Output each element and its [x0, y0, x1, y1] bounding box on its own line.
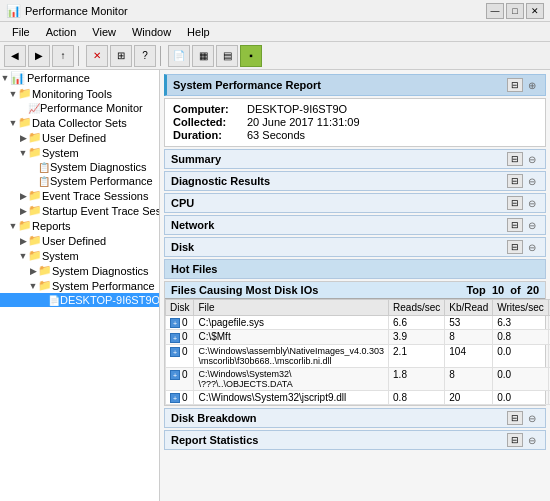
table-row: +0 C:\Windows\assembly\NativeImages_v4.0… [166, 344, 551, 367]
cell-writes: 6.3 [493, 316, 549, 330]
cell-reads: 6.6 [389, 316, 445, 330]
monitoring-tools-expand[interactable]: ▼ [8, 89, 18, 99]
menu-window[interactable]: Window [124, 24, 179, 40]
network-icon[interactable]: ⊟ [507, 218, 523, 232]
et-expand[interactable]: ▶ [18, 191, 28, 201]
report-stats-arrow[interactable]: ⊖ [525, 433, 539, 447]
tree-startup-event[interactable]: ▶ 📁 Startup Event Trace Session [0, 203, 159, 218]
toolbar-up[interactable]: ↑ [52, 45, 74, 67]
minimize-button[interactable]: — [486, 3, 504, 19]
tree-reports-sysdiag[interactable]: ▶ 📁 System Diagnostics [0, 263, 159, 278]
dc-expand[interactable]: ▼ [8, 118, 18, 128]
toolbar-new[interactable]: 📄 [168, 45, 190, 67]
event-trace-icon: 📁 [28, 189, 42, 202]
menu-help[interactable]: Help [179, 24, 218, 40]
summary-header[interactable]: Summary ⊟ ⊖ [164, 149, 546, 169]
sys-diag-icon: 📋 [38, 162, 50, 173]
toolbar-delete[interactable]: ✕ [86, 45, 108, 67]
cell-kbread: 20 [445, 390, 493, 404]
maximize-button[interactable]: □ [506, 3, 524, 19]
cell-reads: 1.8 [389, 367, 445, 390]
toolbar-forward[interactable]: ▶ [28, 45, 50, 67]
tree-system[interactable]: ▼ 📁 System [0, 145, 159, 160]
tree-reports-ud[interactable]: ▶ 📁 User Defined [0, 233, 159, 248]
row-expand-icon[interactable]: + [170, 370, 180, 380]
tree-system-diag[interactable]: ▶ 📋 System Diagnostics [0, 160, 159, 174]
root-label: Performance [27, 72, 90, 84]
tree-desktop-node[interactable]: ▶ 📄 DESKTOP-9I6ST9O... [0, 293, 159, 307]
tree-root[interactable]: ▼ 📊 Performance [0, 70, 159, 86]
computer-row: Computer: DESKTOP-9I6ST9O [173, 103, 537, 115]
tree-reports[interactable]: ▼ 📁 Reports [0, 218, 159, 233]
ud-expand[interactable]: ▶ [18, 133, 28, 143]
cell-file: C:\Windows\System32\\???\..\OBJECTS.DATA [194, 367, 389, 390]
disk-breakdown-arrow[interactable]: ⊖ [525, 411, 539, 425]
duration-row: Duration: 63 Seconds [173, 129, 537, 141]
files-table: Disk File Reads/sec Kb/Read Writes/sec K… [165, 299, 550, 405]
disk-breakdown-header[interactable]: Disk Breakdown ⊟ ⊖ [164, 408, 546, 428]
cpu-header[interactable]: CPU ⊟ ⊖ [164, 193, 546, 213]
rud-expand[interactable]: ▶ [18, 236, 28, 246]
tree-user-defined[interactable]: ▶ 📁 User Defined [0, 130, 159, 145]
network-header[interactable]: Network ⊟ ⊖ [164, 215, 546, 235]
cell-writes: 0.0 [493, 390, 549, 404]
rep-expand[interactable]: ▼ [8, 221, 18, 231]
perf-monitor-icon: 📈 [28, 103, 40, 114]
summary-arrow[interactable]: ⊖ [525, 152, 539, 166]
tree-reports-system[interactable]: ▼ 📁 System [0, 248, 159, 263]
disk-breakdown-icon[interactable]: ⊟ [507, 411, 523, 425]
row-expand-icon[interactable]: + [170, 347, 180, 357]
col-reads: Reads/sec [389, 300, 445, 316]
menu-view[interactable]: View [84, 24, 124, 40]
row-expand-icon[interactable]: + [170, 318, 180, 328]
toolbar-help[interactable]: ? [134, 45, 156, 67]
disk-arrow[interactable]: ⊖ [525, 240, 539, 254]
main-report-header[interactable]: System Performance Report ⊟ ⊕ [164, 74, 546, 96]
main-report-arrow[interactable]: ⊕ [525, 78, 539, 92]
col-writes: Writes/sec [493, 300, 549, 316]
close-button[interactable]: ✕ [526, 3, 544, 19]
menu-file[interactable]: File [4, 24, 38, 40]
rsys-expand[interactable]: ▼ [18, 251, 28, 261]
tree-event-trace[interactable]: ▶ 📁 Event Trace Sessions [0, 188, 159, 203]
row-expand-icon[interactable]: + [170, 393, 180, 403]
tree-system-perf[interactable]: ▶ 📋 System Performance [0, 174, 159, 188]
toolbar-b3[interactable]: ▪ [240, 45, 262, 67]
summary-title: Summary [171, 153, 503, 165]
table-row: +0 C:\$Mft 3.9 8 0.8 4 [166, 330, 551, 344]
network-arrow[interactable]: ⊖ [525, 218, 539, 232]
reports-sysdiag-label: System Diagnostics [52, 265, 149, 277]
perf-monitor-label: Performance Monitor [40, 102, 143, 114]
row-expand-icon[interactable]: + [170, 333, 180, 343]
toolbar-b2[interactable]: ▤ [216, 45, 238, 67]
diagnostic-header[interactable]: Diagnostic Results ⊟ ⊖ [164, 171, 546, 191]
sys-expand[interactable]: ▼ [18, 148, 28, 158]
root-expand[interactable]: ▼ [0, 73, 10, 83]
tree-monitoring-tools[interactable]: ▼ 📁 Monitoring Tools [0, 86, 159, 101]
report-stats-icon[interactable]: ⊟ [507, 433, 523, 447]
diagnostic-arrow[interactable]: ⊖ [525, 174, 539, 188]
hot-files-header[interactable]: Hot Files [164, 259, 546, 279]
cpu-icon[interactable]: ⊟ [507, 196, 523, 210]
window-controls: — □ ✕ [486, 3, 544, 19]
menu-bar: File Action View Window Help [0, 22, 550, 42]
disk-icon[interactable]: ⊟ [507, 240, 523, 254]
reports-sysdiag-icon: 📁 [38, 264, 52, 277]
menu-action[interactable]: Action [38, 24, 85, 40]
rsp-expand[interactable]: ▼ [28, 281, 38, 291]
report-stats-header[interactable]: Report Statistics ⊟ ⊖ [164, 430, 546, 450]
tree-data-collector[interactable]: ▼ 📁 Data Collector Sets [0, 115, 159, 130]
toolbar-back[interactable]: ◀ [4, 45, 26, 67]
se-expand[interactable]: ▶ [18, 206, 28, 216]
rsd-expand[interactable]: ▶ [28, 266, 38, 276]
disk-header[interactable]: Disk ⊟ ⊖ [164, 237, 546, 257]
toolbar-b1[interactable]: ▦ [192, 45, 214, 67]
diagnostic-icon[interactable]: ⊟ [507, 174, 523, 188]
duration-label: Duration: [173, 129, 243, 141]
toolbar-properties[interactable]: ⊞ [110, 45, 132, 67]
tree-performance-monitor[interactable]: ▶ 📈 Performance Monitor [0, 101, 159, 115]
tree-reports-sysperf[interactable]: ▼ 📁 System Performance [0, 278, 159, 293]
main-report-icon[interactable]: ⊟ [507, 78, 523, 92]
summary-icon[interactable]: ⊟ [507, 152, 523, 166]
cpu-arrow[interactable]: ⊖ [525, 196, 539, 210]
